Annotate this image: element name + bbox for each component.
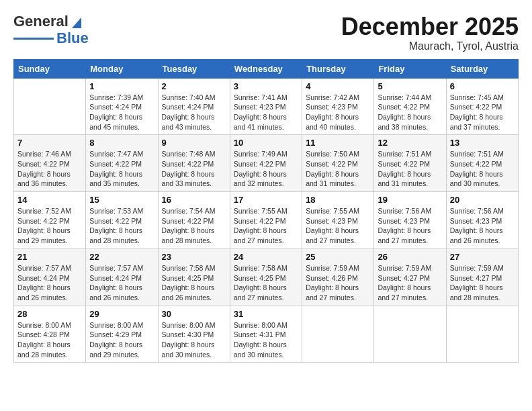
calendar-cell: 3Sunrise: 7:41 AM Sunset: 4:23 PM Daylig… (230, 78, 302, 135)
day-info: Sunrise: 7:56 AM Sunset: 4:23 PM Dayligh… (450, 206, 515, 246)
calendar-cell: 26Sunrise: 7:59 AM Sunset: 4:27 PM Dayli… (374, 248, 446, 306)
day-info: Sunrise: 7:41 AM Sunset: 4:23 PM Dayligh… (234, 93, 298, 132)
day-number: 8 (89, 138, 154, 148)
day-number: 29 (89, 309, 154, 319)
page-title: December 2025 (341, 13, 519, 40)
day-info: Sunrise: 8:00 AM Sunset: 4:31 PM Dayligh… (234, 320, 298, 360)
day-number: 2 (162, 81, 226, 91)
day-info: Sunrise: 7:53 AM Sunset: 4:22 PM Dayligh… (89, 206, 154, 246)
calendar-cell: 16Sunrise: 7:54 AM Sunset: 4:22 PM Dayli… (158, 192, 230, 249)
calendar-cell: 5Sunrise: 7:44 AM Sunset: 4:22 PM Daylig… (374, 78, 446, 135)
header-saturday: Saturday (446, 59, 518, 78)
logo-general: General (13, 14, 69, 29)
day-info: Sunrise: 7:49 AM Sunset: 4:22 PM Dayligh… (234, 149, 298, 189)
day-number: 27 (450, 252, 515, 262)
calendar-cell: 29Sunrise: 8:00 AM Sunset: 4:29 PM Dayli… (86, 306, 158, 363)
title-block: December 2025 Maurach, Tyrol, Austria (341, 13, 519, 52)
header-sunday: Sunday (14, 59, 86, 78)
week-row-1: 1Sunrise: 7:39 AM Sunset: 4:24 PM Daylig… (14, 78, 519, 135)
day-number: 21 (17, 252, 82, 262)
calendar-cell: 4Sunrise: 7:42 AM Sunset: 4:23 PM Daylig… (302, 78, 374, 135)
day-number: 22 (89, 252, 154, 262)
logo-blue: Blue (56, 30, 89, 47)
day-number: 15 (89, 195, 154, 205)
day-info: Sunrise: 7:47 AM Sunset: 4:22 PM Dayligh… (89, 149, 154, 189)
day-info: Sunrise: 7:45 AM Sunset: 4:22 PM Dayligh… (450, 93, 515, 132)
day-number: 19 (378, 195, 442, 205)
day-number: 3 (234, 81, 298, 91)
day-info: Sunrise: 7:40 AM Sunset: 4:24 PM Dayligh… (162, 93, 226, 132)
day-info: Sunrise: 7:54 AM Sunset: 4:22 PM Dayligh… (162, 206, 226, 246)
day-number: 30 (162, 309, 226, 319)
day-info: Sunrise: 7:55 AM Sunset: 4:22 PM Dayligh… (234, 206, 298, 246)
page-header: General Blue December 2025 Maurach, Tyro… (13, 13, 519, 52)
week-row-3: 14Sunrise: 7:52 AM Sunset: 4:22 PM Dayli… (14, 192, 519, 249)
calendar-cell: 6Sunrise: 7:45 AM Sunset: 4:22 PM Daylig… (446, 78, 518, 135)
week-row-5: 28Sunrise: 8:00 AM Sunset: 4:28 PM Dayli… (14, 306, 519, 363)
day-info: Sunrise: 7:59 AM Sunset: 4:27 PM Dayligh… (450, 263, 515, 303)
calendar-cell: 10Sunrise: 7:49 AM Sunset: 4:22 PM Dayli… (230, 135, 302, 192)
day-info: Sunrise: 7:48 AM Sunset: 4:22 PM Dayligh… (162, 149, 226, 189)
calendar-cell: 31Sunrise: 8:00 AM Sunset: 4:31 PM Dayli… (230, 306, 302, 363)
page-subtitle: Maurach, Tyrol, Austria (341, 40, 519, 52)
day-info: Sunrise: 7:51 AM Sunset: 4:22 PM Dayligh… (450, 149, 515, 189)
day-info: Sunrise: 7:57 AM Sunset: 4:24 PM Dayligh… (89, 263, 154, 303)
calendar-cell: 1Sunrise: 7:39 AM Sunset: 4:24 PM Daylig… (86, 78, 158, 135)
day-info: Sunrise: 7:46 AM Sunset: 4:22 PM Dayligh… (17, 149, 82, 189)
day-info: Sunrise: 7:44 AM Sunset: 4:22 PM Dayligh… (378, 93, 442, 132)
day-number: 4 (306, 81, 370, 91)
calendar-cell: 22Sunrise: 7:57 AM Sunset: 4:24 PM Dayli… (86, 248, 158, 306)
day-number: 26 (378, 252, 442, 262)
calendar-cell: 8Sunrise: 7:47 AM Sunset: 4:22 PM Daylig… (86, 135, 158, 192)
header-friday: Friday (374, 59, 446, 78)
calendar-cell: 17Sunrise: 7:55 AM Sunset: 4:22 PM Dayli… (230, 192, 302, 249)
calendar-cell (302, 306, 374, 363)
week-row-2: 7Sunrise: 7:46 AM Sunset: 4:22 PM Daylig… (14, 135, 519, 192)
calendar-table: Sunday Monday Tuesday Wednesday Thursday… (13, 59, 519, 363)
day-number: 18 (306, 195, 370, 205)
day-number: 17 (234, 195, 298, 205)
calendar-cell: 23Sunrise: 7:58 AM Sunset: 4:25 PM Dayli… (158, 248, 230, 306)
day-info: Sunrise: 7:50 AM Sunset: 4:22 PM Dayligh… (306, 149, 370, 189)
week-row-4: 21Sunrise: 7:57 AM Sunset: 4:24 PM Dayli… (14, 248, 519, 306)
day-number: 6 (450, 81, 515, 91)
calendar-cell: 9Sunrise: 7:48 AM Sunset: 4:22 PM Daylig… (158, 135, 230, 192)
logo-triangle-icon (69, 13, 83, 30)
day-number: 25 (306, 252, 370, 262)
logo: General Blue (13, 13, 89, 47)
day-info: Sunrise: 8:00 AM Sunset: 4:29 PM Dayligh… (89, 320, 154, 360)
day-number: 7 (17, 138, 82, 148)
day-info: Sunrise: 8:00 AM Sunset: 4:30 PM Dayligh… (162, 320, 226, 360)
day-number: 11 (306, 138, 370, 148)
day-number: 31 (234, 309, 298, 319)
day-number: 16 (162, 195, 226, 205)
day-number: 9 (162, 138, 226, 148)
day-number: 24 (234, 252, 298, 262)
day-number: 23 (162, 252, 226, 262)
day-info: Sunrise: 7:42 AM Sunset: 4:23 PM Dayligh… (306, 93, 370, 132)
logo-underline (13, 38, 54, 40)
calendar-cell (14, 78, 86, 135)
calendar-cell: 18Sunrise: 7:55 AM Sunset: 4:23 PM Dayli… (302, 192, 374, 249)
header-wednesday: Wednesday (230, 59, 302, 78)
day-info: Sunrise: 8:00 AM Sunset: 4:28 PM Dayligh… (17, 320, 82, 360)
day-info: Sunrise: 7:58 AM Sunset: 4:25 PM Dayligh… (162, 263, 226, 303)
calendar-cell: 2Sunrise: 7:40 AM Sunset: 4:24 PM Daylig… (158, 78, 230, 135)
day-info: Sunrise: 7:55 AM Sunset: 4:23 PM Dayligh… (306, 206, 370, 246)
calendar-cell: 12Sunrise: 7:51 AM Sunset: 4:22 PM Dayli… (374, 135, 446, 192)
day-info: Sunrise: 7:59 AM Sunset: 4:27 PM Dayligh… (378, 263, 442, 303)
header-monday: Monday (86, 59, 158, 78)
day-number: 10 (234, 138, 298, 148)
calendar-cell: 13Sunrise: 7:51 AM Sunset: 4:22 PM Dayli… (446, 135, 518, 192)
calendar-cell: 14Sunrise: 7:52 AM Sunset: 4:22 PM Dayli… (14, 192, 86, 249)
calendar-cell: 7Sunrise: 7:46 AM Sunset: 4:22 PM Daylig… (14, 135, 86, 192)
day-info: Sunrise: 7:52 AM Sunset: 4:22 PM Dayligh… (17, 206, 82, 246)
day-info: Sunrise: 7:39 AM Sunset: 4:24 PM Dayligh… (89, 93, 154, 132)
day-number: 14 (17, 195, 82, 205)
day-number: 28 (17, 309, 82, 319)
calendar-cell: 21Sunrise: 7:57 AM Sunset: 4:24 PM Dayli… (14, 248, 86, 306)
calendar-cell (446, 306, 518, 363)
calendar-cell: 30Sunrise: 8:00 AM Sunset: 4:30 PM Dayli… (158, 306, 230, 363)
svg-marker-0 (72, 17, 81, 28)
day-info: Sunrise: 7:51 AM Sunset: 4:22 PM Dayligh… (378, 149, 442, 189)
